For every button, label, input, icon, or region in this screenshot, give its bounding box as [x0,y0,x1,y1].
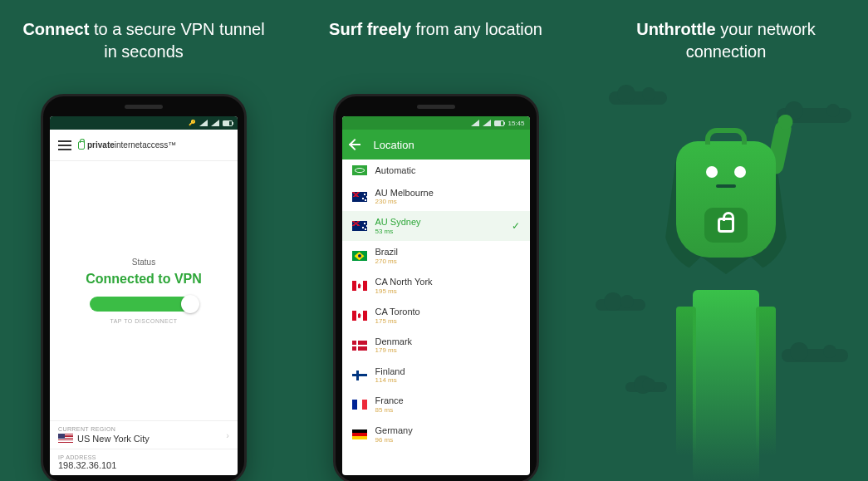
brand-logo: privateinternetaccess™ [78,140,176,150]
pocket [704,208,748,243]
flag-icon [352,165,367,175]
ip-value: 198.32.36.101 [58,460,229,470]
flag-icon [352,341,367,351]
footer-info: CURRENT REGION US New York City › IP ADD… [50,420,238,475]
flag-icon [352,281,367,291]
flag-icon [352,192,367,202]
flag-icon [352,221,367,231]
android-statusbar: 15:45 [342,116,530,130]
status-caption: Status [132,258,155,267]
flag-icon [352,251,367,261]
region-label: CURRENT REGION [58,426,150,432]
vpn-key-icon: 🔑 [189,120,196,126]
eye-icon [706,166,718,178]
headline-2: Surf freely from any location [299,0,572,41]
cloud-icon [625,382,667,392]
location-name: AU Melbourne [375,188,434,199]
robot-body [676,141,776,258]
flag-icon [352,429,367,439]
location-list[interactable]: AutomaticAU Melbourne230 msAU Sydney53 m… [342,160,530,475]
panel-unthrottle: Unthrottle your network connection [584,0,868,481]
menu-icon[interactable] [58,140,71,150]
location-latency: 179 ms [375,346,413,354]
location-row[interactable]: Finland114 ms [342,361,530,390]
connect-toggle[interactable] [90,297,198,312]
toolbar-title: Location [374,139,414,151]
eye-icon [734,166,746,178]
location-latency: 195 ms [375,287,433,295]
check-icon: ✓ [512,220,520,232]
wifi-icon [471,120,479,126]
lock-icon [78,141,85,150]
speed-beam [693,290,759,481]
ip-label: IP ADDRESS [58,454,229,460]
cloud-icon [596,299,645,311]
chevron-right-icon: › [226,430,229,440]
location-latency: 114 ms [375,376,405,384]
cloud-icon [609,91,667,105]
screen-2: 15:45 Location AutomaticAU Melbourne230 … [342,116,530,475]
location-name: France [375,395,404,406]
location-name: Germany [375,425,413,436]
screen-1: 🔑 privateinternetaccess™ Status Connecte… [50,116,238,475]
phone-mockup-2: 15:45 Location AutomaticAU Melbourne230 … [333,94,539,481]
cloud-icon [782,349,848,362]
clock: 15:45 [508,120,524,127]
signal-icon [211,120,219,126]
panel-connect: Connect to a secure VPN tunnel in second… [0,0,287,481]
padlock-icon [718,218,734,233]
status-area: Status Connected to VPN TAP TO DISCONNEC… [50,161,238,420]
signal-icon [483,120,491,126]
location-row[interactable]: Brazil270 ms [342,241,530,271]
current-region-row[interactable]: CURRENT REGION US New York City › [50,421,238,449]
location-row[interactable]: Automatic [342,160,530,182]
location-latency: 53 ms [375,228,421,235]
flag-icon [352,400,367,410]
location-name: Brazil [375,247,399,258]
location-name: AU Sydney [375,217,421,228]
headline-3: Unthrottle your network connection [584,0,868,63]
wifi-icon [199,120,208,126]
flag-icon [352,311,367,321]
app-toolbar: privateinternetaccess™ [50,130,238,161]
location-name: Automatic [375,165,416,176]
region-value: US New York City [77,434,150,444]
location-row[interactable]: CA North York195 ms [342,271,530,301]
mouth [716,184,736,188]
location-row[interactable]: Germany96 ms [342,420,530,449]
location-latency: 270 ms [375,258,399,265]
panel-surf: Surf freely from any location 15:45 Loca… [299,0,572,481]
ip-row: IP ADDRESS 198.32.36.101 [50,449,238,475]
phone-mockup-1: 🔑 privateinternetaccess™ Status Connecte… [41,94,247,481]
location-toolbar: Location [342,130,530,160]
location-row[interactable]: CA Toronto175 ms [342,301,530,331]
status-text: Connected to VPN [86,272,202,287]
flag-icon [352,371,367,380]
battery-icon [494,120,504,126]
battery-icon [223,120,233,126]
handle [705,128,747,145]
location-name: CA Toronto [375,307,420,317]
pia-robot [668,141,784,258]
android-statusbar: 🔑 [50,116,238,130]
location-latency: 175 ms [375,317,420,325]
location-latency: 96 ms [375,436,413,444]
location-row[interactable]: France85 ms [342,390,530,420]
location-latency: 230 ms [375,198,434,205]
location-name: Denmark [375,336,413,347]
back-icon[interactable] [351,138,364,151]
headline-1: Connect to a secure VPN tunnel in second… [0,0,287,63]
location-latency: 85 ms [375,406,404,414]
mascot-illustration [584,83,868,481]
location-row[interactable]: AU Sydney53 ms✓ [342,211,530,241]
location-name: Finland [375,366,405,377]
tap-hint: TAP TO DISCONNECT [110,318,177,324]
location-row[interactable]: AU Melbourne230 ms [342,182,530,212]
location-row[interactable]: Denmark179 ms [342,331,530,361]
toggle-knob[interactable] [181,295,199,313]
location-name: CA North York [375,277,433,287]
flag-icon [58,434,73,444]
